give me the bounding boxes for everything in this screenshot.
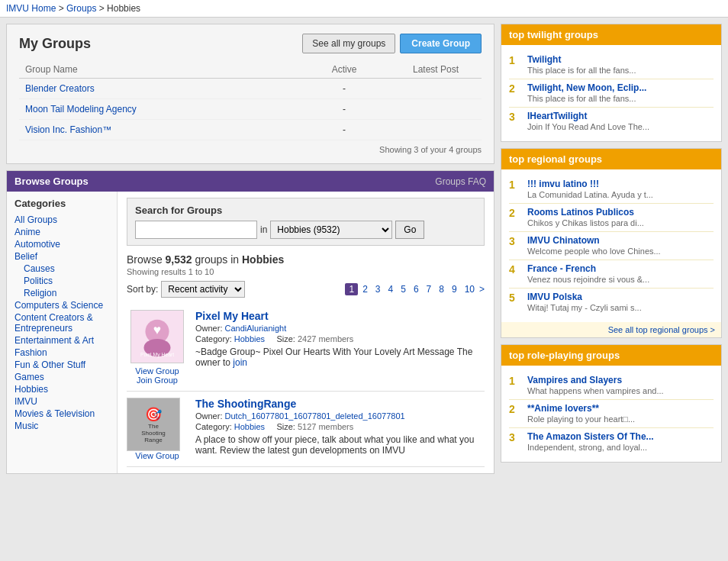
category-link[interactable]: Games: [14, 371, 109, 383]
group-latest-cell: [390, 79, 482, 99]
category-link[interactable]: Religion: [14, 287, 109, 299]
group-description: ~Badge Group~ Pixel Our Hearts With Your…: [195, 347, 485, 368]
browse-groups-section: Browse Groups Groups FAQ Categories All …: [6, 170, 494, 474]
group-description: A place to show off your piece, talk abo…: [195, 434, 485, 456]
page-8[interactable]: 8: [436, 283, 447, 295]
page-4[interactable]: 4: [385, 283, 397, 295]
group-latest-cell: [390, 99, 482, 120]
category-link[interactable]: IMVU: [14, 395, 109, 408]
group-thumbnail: ♥ Pixel My Heart: [130, 310, 184, 363]
category-link[interactable]: Belief: [14, 250, 109, 263]
category-link[interactable]: Hobbies: [234, 422, 265, 431]
page-next[interactable]: >: [479, 284, 485, 295]
breadcrumb-groups[interactable]: Groups: [66, 3, 96, 14]
category-link[interactable]: Anime: [14, 226, 109, 238]
list-item: 4 France - French Venez nous rejoindre s…: [509, 260, 714, 289]
top-group-name-link[interactable]: Vampires and Slayers: [527, 375, 714, 385]
top-group-desc: Welcome people who love Chines...: [527, 247, 661, 256]
view-group-link[interactable]: View Group: [127, 451, 188, 460]
group-name-link[interactable]: Vision Inc. Fashion™: [25, 124, 111, 135]
page-3[interactable]: 3: [372, 283, 384, 295]
pagination: 1 2 3 4 5 6 7 8 9 10 >: [345, 283, 485, 295]
rank-number: 2: [509, 82, 521, 95]
rank-number: 1: [509, 179, 521, 191]
sort-label: Sort by:: [127, 284, 158, 295]
search-box: Search for Groups in Hobbies (9532) All …: [127, 198, 485, 246]
search-go-button[interactable]: Go: [395, 221, 424, 239]
rank-number: 2: [509, 207, 521, 219]
category-link[interactable]: Computers & Science: [14, 299, 109, 311]
top-group-name-link[interactable]: IMVU Polska: [527, 292, 714, 302]
page-10[interactable]: 10: [462, 283, 478, 295]
category-link[interactable]: Entertainment & Art: [14, 334, 109, 347]
page-5[interactable]: 5: [398, 283, 409, 295]
group-name-cell: Vision Inc. Fashion™: [19, 120, 298, 140]
breadcrumb-home[interactable]: IMVU Home: [6, 3, 56, 14]
top-group-name-link[interactable]: France - French: [527, 263, 714, 274]
page-2[interactable]: 2: [359, 283, 371, 295]
group-active-cell: -: [298, 79, 390, 99]
see-all-regional-link[interactable]: See all top regional groups >: [608, 325, 715, 334]
left-column: My Groups See all my groups Create Group…: [6, 24, 494, 474]
top-regional-box: top regional groups 1 !!! imvu latino !!…: [501, 148, 722, 338]
top-twilight-list: 1 Twilight This place is for all the fan…: [501, 45, 721, 141]
category-link[interactable]: Fun & Other Stuff: [14, 359, 109, 371]
groups-faq-link[interactable]: Groups FAQ: [435, 176, 486, 187]
category-link[interactable]: Music: [14, 420, 109, 432]
join-group-link[interactable]: Join Group: [127, 376, 188, 385]
create-group-button[interactable]: Create Group: [400, 34, 482, 53]
category-link[interactable]: Politics: [14, 275, 109, 287]
col-active: Active: [298, 61, 390, 79]
page-9[interactable]: 9: [449, 283, 460, 295]
owner-link[interactable]: Dutch_16077801_16077801_deleted_16077801: [225, 411, 405, 421]
list-item: 3 IMVU Chinatown Welcome people who love…: [509, 232, 714, 260]
top-group-name-link[interactable]: Twilight, New Moon, Eclip...: [527, 82, 714, 93]
list-item: 1 Vampires and Slayers What happens when…: [509, 372, 714, 400]
page-1[interactable]: 1: [345, 283, 358, 295]
top-group-name-link[interactable]: IMVU Chinatown: [527, 235, 714, 246]
group-name-link[interactable]: Blender Creators: [25, 83, 95, 94]
top-group-name-link[interactable]: Twilight: [527, 54, 714, 65]
top-group-info: Rooms Latinos Publicos Chikos y Chikas l…: [527, 207, 714, 228]
view-group-link[interactable]: View Group: [127, 366, 188, 376]
top-group-info: France - French Venez nous rejoindre si …: [527, 263, 714, 285]
category-link[interactable]: Content Creators & Entrepreneurs: [14, 311, 109, 334]
page-6[interactable]: 6: [411, 283, 422, 295]
group-latest-cell: [390, 120, 482, 140]
top-group-name-link[interactable]: IHeartTwilight: [527, 111, 714, 121]
top-regional-list: 1 !!! imvu latino !!! La Comunidad Latin…: [501, 169, 721, 322]
page-7[interactable]: 7: [424, 283, 435, 295]
search-results-area: Search for Groups in Hobbies (9532) All …: [118, 192, 494, 473]
group-name[interactable]: The ShootingRange: [195, 398, 296, 410]
category-link[interactable]: Automotive: [14, 238, 109, 250]
top-group-name-link[interactable]: The Amazon Sisters Of The...: [527, 431, 714, 442]
search-input[interactable]: [135, 221, 257, 239]
owner-link[interactable]: CandiAlurianight: [225, 324, 287, 333]
join-link[interactable]: join: [233, 357, 247, 368]
group-name[interactable]: Pixel My Heart: [195, 310, 269, 322]
group-name-link[interactable]: Moon Tail Modeling Agency: [25, 104, 137, 114]
see-all-regional[interactable]: See all top regional groups >: [501, 322, 721, 337]
search-category-select[interactable]: Hobbies (9532) All Groups Anime Automoti…: [270, 221, 392, 239]
category-link[interactable]: Hobbies: [14, 383, 109, 395]
category-link[interactable]: Fashion: [14, 347, 109, 359]
categories-sidebar: Categories All GroupsAnimeAutomotiveBeli…: [7, 192, 118, 473]
list-item: 5 IMVU Polska Witaj! Tutaj my - Czyli sa…: [509, 289, 714, 316]
top-group-info: IMVU Chinatown Welcome people who love C…: [527, 235, 714, 256]
category-link[interactable]: Causes: [14, 263, 109, 275]
group-active-cell: -: [298, 120, 390, 140]
top-group-desc: Witaj! Tutaj my - Czyli sami s...: [527, 303, 642, 312]
see-all-my-groups-button[interactable]: See all my groups: [302, 34, 395, 53]
top-group-desc: Independent, strong, and loyal...: [527, 443, 647, 452]
top-group-name-link[interactable]: Rooms Latinos Publicos: [527, 207, 714, 218]
top-group-desc: This place is for all the fans...: [527, 66, 636, 75]
category-link[interactable]: Hobbies: [234, 334, 265, 343]
list-item: 3 IHeartTwilight Join If You Read And Lo…: [509, 108, 714, 135]
top-group-name-link[interactable]: !!! imvu latino !!!: [527, 179, 714, 189]
top-group-name-link[interactable]: **Anime lovers**: [527, 403, 714, 414]
sort-select[interactable]: Recent activity Most members Newest: [161, 281, 245, 298]
breadcrumb-current: Hobbies: [107, 3, 140, 14]
table-row: Vision Inc. Fashion™ -: [19, 120, 482, 140]
category-link[interactable]: Movies & Television: [14, 408, 109, 420]
category-link[interactable]: All Groups: [14, 214, 109, 226]
